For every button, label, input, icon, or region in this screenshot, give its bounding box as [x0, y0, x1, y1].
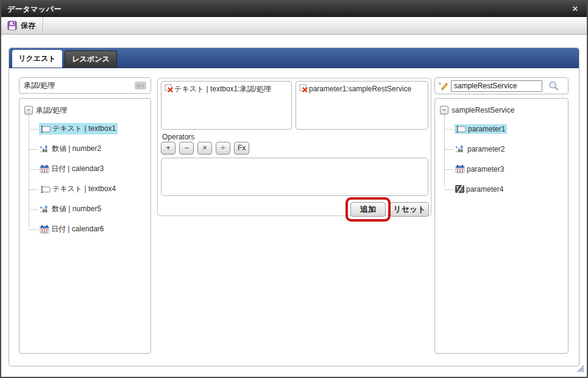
toolbar-separator	[43, 17, 43, 34]
tree-item-parameter4[interactable]: TF parameter4	[444, 179, 564, 199]
operator-buttons-row: + − × ÷ Fx	[161, 142, 249, 155]
textbox-icon	[40, 186, 51, 193]
tree-item-calendar6[interactable]: 日付 | calendar6	[29, 219, 147, 239]
save-button[interactable]: 保存	[1, 17, 43, 34]
mapping-target-value: parameter1:sampleRestService	[309, 84, 411, 93]
textbox-icon	[40, 125, 51, 133]
calendar-icon	[40, 225, 49, 234]
search-icon[interactable]	[547, 80, 560, 92]
tree-item-parameter1[interactable]: parameter1	[444, 119, 564, 139]
add-button[interactable]: 追加	[350, 202, 386, 217]
service-search-header	[434, 77, 569, 94]
pencil-icon	[438, 81, 448, 91]
operator-fx-button[interactable]: Fx	[234, 142, 249, 155]
save-label: 保存	[21, 21, 35, 31]
mapping-editor-panel: テキスト | textbox1:承認/処理 parameter1:sampleR…	[157, 78, 431, 216]
mapping-source-value: テキスト | textbox1:承認/処理	[174, 84, 271, 93]
service-tree-children: parameter1 +.0.00 parameter2	[444, 116, 564, 199]
request-header-label: 承認/処理	[24, 80, 135, 91]
close-icon[interactable]: ✕	[570, 4, 581, 15]
service-tree-panel: − sampleRestService parameter1	[434, 98, 569, 354]
operator-divide-button[interactable]: ÷	[216, 142, 230, 155]
expression-box[interactable]	[161, 158, 428, 196]
tree-item-number2[interactable]: +.0.00 数値 | number2	[29, 139, 147, 159]
tree-item-number5[interactable]: +.0.00 数値 | number5	[29, 199, 147, 219]
request-tree-panel: − 承認/処理 テキスト | textbox1	[19, 98, 151, 354]
floppy-disk-icon	[7, 21, 17, 30]
tab-content-container: リクエスト レスポンス 承認/処理 − 承認/処理	[9, 47, 579, 366]
number-icon: +.0.00	[40, 206, 50, 213]
resize-grip[interactable]	[576, 364, 584, 375]
textbox-icon	[455, 125, 466, 133]
operator-minus-button[interactable]: −	[179, 142, 194, 155]
operators-label: Operators	[162, 133, 194, 141]
tree-item-textbox4[interactable]: テキスト | textbox4	[29, 179, 147, 199]
reset-button[interactable]: リセット	[390, 202, 429, 217]
tree-item-textbox1[interactable]: テキスト | textbox1	[29, 119, 147, 139]
title-bar: データマッパー ✕	[1, 1, 587, 17]
boolean-icon: TF	[455, 185, 464, 193]
toolbar: 保存	[1, 17, 587, 35]
service-tree-root[interactable]: − sampleRestService	[439, 104, 564, 116]
operator-multiply-button[interactable]: ×	[197, 142, 212, 155]
calendar-icon	[40, 164, 49, 173]
tree-item-calendar3[interactable]: 日付 | calendar3	[29, 159, 147, 179]
tab-request[interactable]: リクエスト	[12, 50, 62, 68]
remove-mapping-icon[interactable]	[165, 84, 174, 93]
request-tree-children: テキスト | textbox1 +.0.00 数値 | number2	[29, 116, 147, 239]
operator-plus-button[interactable]: +	[161, 142, 175, 155]
tab-bar: リクエスト レスポンス	[9, 48, 579, 68]
calendar-icon	[455, 164, 465, 173]
page-title: データマッパー	[7, 4, 62, 15]
mapping-target-box[interactable]: parameter1:sampleRestService	[296, 81, 428, 130]
request-panel-header: 承認/処理	[19, 77, 151, 94]
request-tree-root[interactable]: − 承認/処理	[23, 104, 147, 116]
collapse-toggle-icon[interactable]: −	[24, 106, 33, 114]
service-search-input[interactable]	[451, 80, 542, 92]
number-icon: +.0.00	[455, 145, 466, 153]
form-view-icon[interactable]	[135, 81, 146, 90]
number-icon: +.0.00	[40, 145, 50, 153]
tab-response[interactable]: レスポンス	[65, 51, 117, 68]
tree-item-parameter2[interactable]: +.0.00 parameter2	[444, 139, 564, 159]
remove-mapping-icon[interactable]	[299, 84, 308, 93]
data-mapper-dialog: データマッパー ✕ 保存 リクエスト レスポンス 承認/処理	[0, 0, 588, 378]
mapping-source-box[interactable]: テキスト | textbox1:承認/処理	[161, 81, 292, 130]
tree-item-parameter3[interactable]: parameter3	[444, 159, 564, 179]
collapse-toggle-icon[interactable]: −	[440, 106, 448, 114]
